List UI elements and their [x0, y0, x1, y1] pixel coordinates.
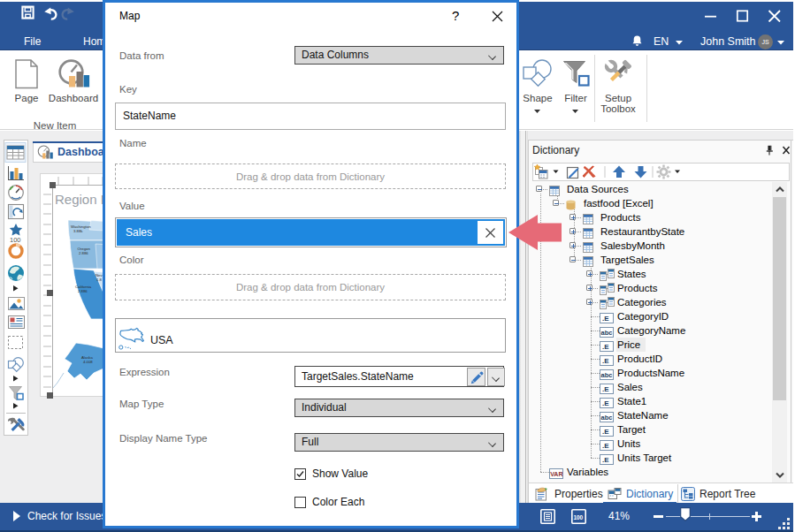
- svg-text:2.886: 2.886: [78, 289, 88, 293]
- svg-text:California: California: [75, 285, 92, 289]
- svg-text:.E: .E: [602, 428, 609, 436]
- svg-text:.E: .E: [602, 357, 609, 365]
- svg-text:Oregon: Oregon: [78, 247, 91, 251]
- svg-text:.E: .E: [602, 315, 609, 323]
- svg-text:.E: .E: [602, 385, 609, 393]
- svg-text:.E: .E: [602, 456, 609, 464]
- svg-text:4.008: 4.008: [83, 360, 93, 364]
- svg-text:.E: .E: [602, 442, 609, 450]
- svg-text:3.88k: 3.88k: [73, 229, 83, 233]
- svg-text:Washington: Washington: [71, 224, 91, 229]
- svg-text:.E: .E: [602, 399, 609, 407]
- svg-text:abc: abc: [601, 371, 613, 379]
- svg-text:abc: abc: [601, 329, 613, 337]
- svg-text:2.886: 2.886: [79, 251, 88, 255]
- svg-text:100: 100: [573, 514, 583, 521]
- svg-text:VAR: VAR: [550, 471, 562, 477]
- svg-text:.E: .E: [602, 343, 609, 351]
- svg-text:Alaska: Alaska: [81, 355, 94, 360]
- svg-text:abc: abc: [601, 414, 613, 422]
- svg-text:100: 100: [10, 236, 21, 244]
- svg-text:1.8: 1.8: [96, 277, 103, 282]
